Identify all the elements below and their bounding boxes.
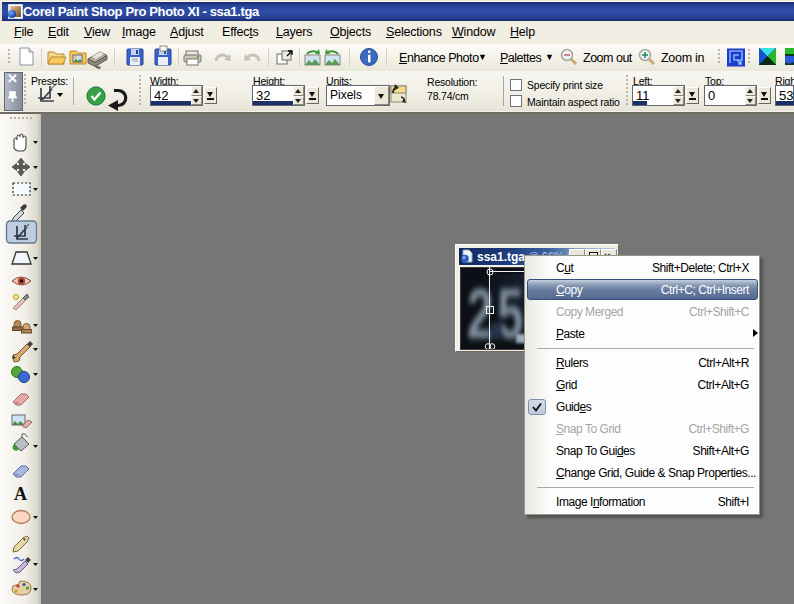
- svg-text:A: A: [14, 484, 27, 504]
